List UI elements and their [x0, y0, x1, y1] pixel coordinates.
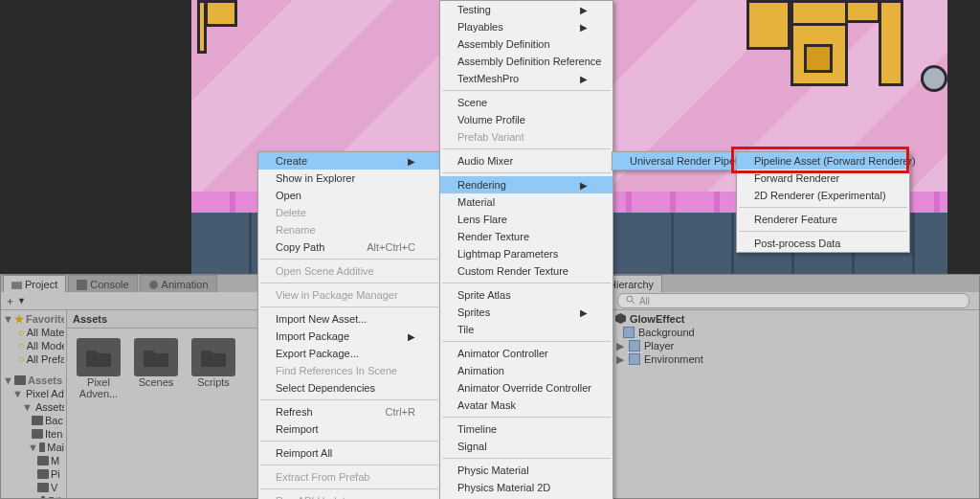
gameobject-row[interactable]: ▶Player: [602, 339, 975, 352]
menu-volume-profile[interactable]: Volume Profile: [440, 111, 612, 128]
asset-folder[interactable]: Scripts: [191, 338, 235, 488]
menu-tile[interactable]: Tile: [440, 321, 612, 338]
gameobject-row[interactable]: Background: [602, 326, 975, 339]
scene-row[interactable]: ▼GlowEffect: [602, 312, 975, 326]
tree-assets-header: Assets: [28, 374, 62, 386]
tab-label: Hierarchy: [609, 279, 654, 290]
search-icon: [626, 295, 635, 306]
menu-lens-flare[interactable]: Lens Flare: [440, 211, 612, 228]
menu-find-references: Find References In Scene: [258, 362, 440, 379]
project-tree[interactable]: ▼★Favorites ○All Mater ○All Mode ○All Pr…: [1, 310, 67, 498]
menu-sprites[interactable]: Sprites▶: [440, 304, 612, 321]
tab-label: Animation: [162, 279, 209, 290]
folder-icon: [134, 338, 178, 376]
menu-delete: Delete: [258, 204, 440, 221]
asset-label: Pixel Adven...: [77, 376, 121, 399]
asset-folder[interactable]: Scenes: [134, 338, 178, 488]
menu-avatar-mask[interactable]: Avatar Mask: [440, 397, 612, 414]
menu-view-in-package-manager: View in Package Manager: [258, 286, 440, 304]
menu-lightmap-parameters[interactable]: Lightmap Parameters: [440, 245, 612, 262]
svg-line-4: [632, 301, 635, 304]
console-icon: [77, 280, 86, 289]
menu-2d-renderer[interactable]: 2D Renderer (Experimental): [737, 187, 909, 204]
menu-audio-mixer[interactable]: Audio Mixer: [440, 152, 612, 170]
svg-rect-1: [77, 280, 87, 290]
menu-testing[interactable]: Testing▶: [440, 1, 612, 18]
menu-open-scene-additive: Open Scene Additive: [258, 262, 440, 280]
asset-folder[interactable]: Pixel Adven...: [77, 338, 121, 488]
hierarchy-panel: Hierarchy ▼ All ▼GlowEffect Background ▶…: [597, 274, 980, 499]
highlight-annotation: [731, 147, 909, 173]
folder-icon: [77, 338, 121, 376]
tree-favorites-header: Favorites: [26, 313, 64, 325]
asset-label: Scenes: [134, 376, 178, 388]
menu-assembly-definition[interactable]: Assembly Definition: [440, 35, 612, 53]
assets-context-menu: Create▶ Show in Explorer Open Delete Ren…: [257, 151, 441, 499]
gameobject-icon: [629, 340, 640, 352]
tab-label: Console: [90, 279, 128, 290]
create-submenu: Testing▶ Playables▶ Assembly Definition …: [439, 0, 613, 499]
menu-timeline[interactable]: Timeline: [440, 420, 612, 438]
menu-rename: Rename: [258, 221, 440, 238]
menu-refresh[interactable]: RefreshCtrl+R: [258, 403, 440, 420]
project-icon: [11, 280, 21, 289]
menu-custom-render-texture[interactable]: Custom Render Texture: [440, 262, 612, 280]
menu-reimport[interactable]: Reimport: [258, 420, 440, 438]
hierarchy-search[interactable]: All: [617, 293, 969, 308]
menu-export-package[interactable]: Export Package...: [258, 345, 440, 362]
gameobject-icon: [623, 327, 635, 338]
menu-assembly-definition-ref[interactable]: Assembly Definition Reference: [440, 53, 612, 70]
menu-copy-path[interactable]: Copy PathAlt+Ctrl+C: [258, 238, 440, 256]
menu-rendering[interactable]: Rendering▶: [440, 176, 612, 193]
menu-open[interactable]: Open: [258, 187, 440, 204]
hierarchy-tree[interactable]: ▼GlowEffect Background ▶Player ▶Environm…: [598, 310, 979, 498]
menu-physics-material-2d[interactable]: Physics Material 2D: [440, 479, 612, 496]
menu-sprite-atlas[interactable]: Sprite Atlas: [440, 286, 612, 304]
breadcrumb: Assets: [73, 313, 107, 325]
svg-rect-0: [11, 282, 22, 289]
menu-animation[interactable]: Animation: [440, 362, 612, 379]
asset-label: Scripts: [191, 376, 235, 388]
menu-render-texture[interactable]: Render Texture: [440, 228, 612, 245]
menu-extract-prefab: Extract From Prefab: [258, 468, 440, 486]
tab-label: Project: [25, 279, 57, 290]
menu-renderer-feature[interactable]: Renderer Feature: [737, 211, 909, 228]
menu-import-package[interactable]: Import Package▶: [258, 328, 440, 345]
gameobject-row[interactable]: ▶Environment: [602, 352, 975, 366]
menu-textmeshpro[interactable]: TextMeshPro▶: [440, 70, 612, 87]
menu-physic-material[interactable]: Physic Material: [440, 462, 612, 479]
menu-playables[interactable]: Playables▶: [440, 18, 612, 35]
menu-material[interactable]: Material: [440, 193, 612, 211]
tab-console[interactable]: Console: [68, 275, 137, 292]
unity-icon: [615, 313, 626, 326]
menu-signal[interactable]: Signal: [440, 438, 612, 455]
menu-create[interactable]: Create▶: [258, 152, 440, 170]
svg-marker-5: [615, 313, 626, 324]
create-dropdown[interactable]: ＋▼: [5, 294, 26, 308]
menu-run-api-updater: Run API Updater...: [258, 492, 440, 499]
menu-animator-controller[interactable]: Animator Controller: [440, 345, 612, 362]
svg-point-2: [149, 281, 158, 289]
folder-icon: [191, 338, 235, 376]
menu-select-dependencies[interactable]: Select Dependencies: [258, 379, 440, 397]
menu-show-in-explorer[interactable]: Show in Explorer: [258, 170, 440, 187]
animation-icon: [148, 280, 158, 289]
menu-post-process-data[interactable]: Post-process Data: [737, 235, 909, 252]
menu-prefab-variant: Prefab Variant: [440, 128, 612, 146]
menu-import-new-asset[interactable]: Import New Asset...: [258, 310, 440, 328]
menu-reimport-all[interactable]: Reimport All: [258, 444, 440, 462]
gameobject-icon: [629, 353, 640, 365]
menu-animator-override-controller[interactable]: Animator Override Controller: [440, 379, 612, 397]
tab-project[interactable]: Project: [3, 275, 66, 292]
tab-animation[interactable]: Animation: [140, 275, 217, 292]
menu-scene[interactable]: Scene: [440, 94, 612, 111]
